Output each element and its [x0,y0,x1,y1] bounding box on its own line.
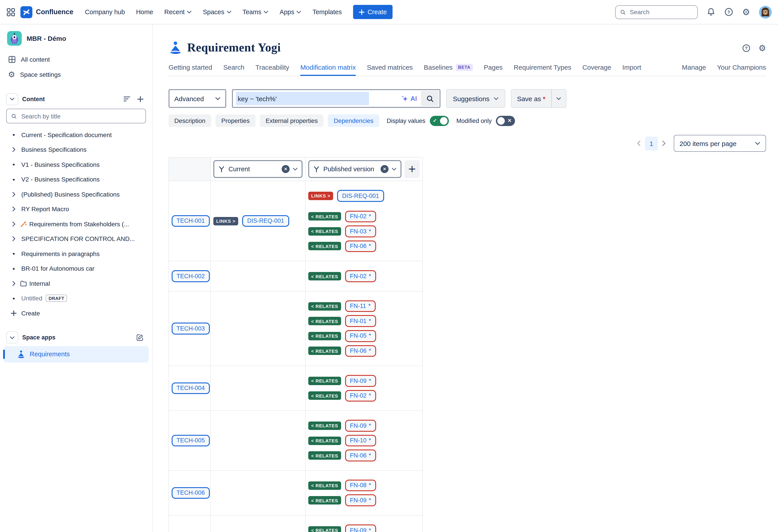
nav-apps[interactable]: Apps [280,8,301,15]
clear-column-icon[interactable]: ✕ [381,165,389,173]
requirement-key-chip[interactable]: TECH-002 [172,271,210,282]
tree-item[interactable]: SPECIFICATION FOR CONTROL AND... [5,231,147,246]
requirement-chip[interactable]: FN-06* [345,240,376,252]
run-search-button[interactable] [421,91,439,106]
app-switcher-icon[interactable] [6,7,15,17]
global-search[interactable] [615,5,698,19]
ry-settings-gear-icon[interactable]: ⚙ [759,44,766,52]
sidebar-item-all-content[interactable]: All content [5,52,147,67]
requirement-chip[interactable]: FN-11* [345,300,376,312]
chip-external-properties[interactable]: External properties [260,115,324,127]
requirement-chip[interactable]: FN-02* [345,211,376,222]
sidebar-search-input[interactable] [20,112,141,120]
collapse-content-button[interactable] [6,93,18,105]
requirement-chip[interactable]: FN-05* [345,330,376,342]
clear-column-icon[interactable]: ✕ [282,165,290,173]
query-mode-select[interactable]: Advanced [168,89,226,108]
requirement-key-chip[interactable]: TECH-003 [172,322,210,334]
modified-only-toggle[interactable]: ✕ [496,116,515,126]
tree-item[interactable]: •V1 - Business Specifications [5,157,147,172]
sidebar-item-requirements[interactable]: Requirements [4,346,149,362]
requirement-chip[interactable]: FN-09* [345,495,376,506]
tab-search[interactable]: Search [223,64,244,76]
global-search-input[interactable] [629,8,693,16]
save-as-button[interactable]: Save as * [511,90,551,107]
filter-icon[interactable] [123,96,131,102]
requirement-chip[interactable]: FN-09* [345,420,376,432]
help-icon[interactable]: ? [724,8,733,16]
requirement-chip[interactable]: DIS-REQ-001 [242,215,289,227]
chip-description[interactable]: Description [168,115,211,127]
next-page-icon[interactable] [662,140,666,146]
chevron-right-icon[interactable] [8,281,19,286]
prev-page-icon[interactable] [637,140,641,146]
sidebar-item-space-settings[interactable]: ⚙ Space settings [5,67,147,82]
requirement-chip[interactable]: FN-03* [345,225,376,237]
tab-requirement-types[interactable]: Requirement Types [514,64,571,76]
chevron-right-icon[interactable] [8,236,19,242]
requirement-chip[interactable]: FN-08* [345,480,376,491]
tree-item[interactable]: •BR-01 for Autonomous car [5,261,147,276]
requirement-chip[interactable]: FN-09* [345,375,376,387]
settings-gear-icon[interactable]: ⚙ [742,8,750,16]
tree-item[interactable]: •UntitledDRAFT [5,291,147,306]
requirement-chip[interactable]: FN-09* [345,524,376,532]
ry-help-icon[interactable]: ? [742,44,751,52]
tab-pages[interactable]: Pages [484,64,502,76]
display-values-toggle[interactable]: ✓ [430,116,449,126]
nav-company-hub[interactable]: Company hub [85,8,125,15]
chevron-right-icon[interactable] [8,221,19,227]
page-size-select[interactable]: 200 items per page [674,135,766,152]
requirement-key-chip[interactable]: TECH-001 [172,215,210,227]
tree-item[interactable]: RY Report Macro [5,202,147,217]
current-page[interactable]: 1 [645,137,658,150]
tree-item[interactable]: Business Specifications [5,142,147,157]
nav-templates[interactable]: Templates [312,8,342,15]
tab-manage[interactable]: Manage [682,64,706,76]
tab-modification-matrix[interactable]: Modification matrix [300,64,356,76]
save-as-dropdown-button[interactable] [552,90,566,107]
chevron-right-icon[interactable] [8,147,19,152]
chevron-right-icon[interactable] [8,192,19,197]
tab-your-champions[interactable]: Your Champions [717,64,766,76]
confluence-logo-icon[interactable] [20,6,32,18]
tree-item[interactable]: •Requirements in paragraphs [5,246,147,261]
requirement-key-chip[interactable]: TECH-004 [172,382,210,394]
requirement-chip[interactable]: FN-06* [345,450,376,461]
tree-item[interactable]: Requirements from Stakeholders (... [5,217,147,231]
sidebar-create-item[interactable]: Create [5,306,147,321]
tab-baselines[interactable]: BaselinesBETA [424,64,473,76]
tab-getting-started[interactable]: Getting started [168,64,212,76]
tab-saved-matrices[interactable]: Saved matrices [367,64,413,76]
requirement-chip[interactable]: FN-10* [345,435,376,447]
nav-teams[interactable]: Teams [242,8,268,15]
space-header[interactable]: MBR - Démo [5,30,147,47]
requirement-chip[interactable]: DIS-REQ-001 [337,190,384,202]
edit-pencil-icon[interactable] [136,334,144,341]
ai-button[interactable]: AI [401,95,420,102]
avatar[interactable] [759,6,772,18]
tab-import[interactable]: Import [622,64,641,76]
suggestions-button[interactable]: Suggestions [446,89,505,108]
requirement-chip[interactable]: FN-02* [345,271,376,282]
sidebar-search[interactable] [6,109,146,123]
chip-properties[interactable]: Properties [216,115,255,127]
column-selector-published-version[interactable]: Published version ✕ [308,160,401,178]
requirement-key-chip[interactable]: TECH-006 [172,487,210,499]
tree-item[interactable]: •V2 - Business Specifications [5,172,147,187]
chip-dependencies[interactable]: Dependencies [328,115,379,127]
notifications-bell-icon[interactable] [707,8,715,16]
nav-recent[interactable]: Recent [164,8,192,15]
nav-home[interactable]: Home [136,8,153,15]
plus-icon[interactable] [137,96,144,102]
column-selector-current[interactable]: Current ✕ [213,160,303,178]
query-input[interactable]: key ~ 'tech%' AI [232,89,441,108]
tree-item[interactable]: (Published) Business Specifications [5,187,147,202]
collapse-space-apps-button[interactable] [6,331,18,344]
requirement-key-chip[interactable]: TECH-005 [172,435,210,447]
add-column-button[interactable] [404,160,419,178]
requirement-chip[interactable]: FN-01* [345,315,376,327]
requirement-chip[interactable]: FN-06* [345,345,376,357]
create-button[interactable]: Create [353,5,393,19]
tab-traceability[interactable]: Traceability [255,64,289,76]
